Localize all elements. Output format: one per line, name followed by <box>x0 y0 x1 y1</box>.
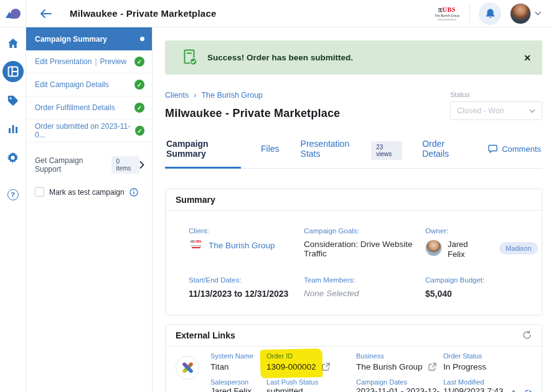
topbar-actions: ⚿UBS The Burish Group <box>433 2 551 25</box>
breadcrumb: Clients › The Burish Group <box>165 91 340 100</box>
chevron-down-icon <box>535 11 541 16</box>
test-campaign-row: Mark as test campaign <box>26 187 152 197</box>
refresh-icon <box>522 330 532 340</box>
client-logo: ⚿UBS <box>189 240 204 251</box>
client-field: Client: ⚿UBS The Burish Group <box>189 227 304 260</box>
pencil-icon <box>507 390 516 392</box>
ubs-keys-icon: ⚿ <box>438 7 443 13</box>
home-icon <box>7 38 19 49</box>
client-brand-logo: ⚿UBS The Burish Group <box>433 3 461 24</box>
dates-field: Start/End Dates: 11/13/2023 to 12/31/202… <box>189 276 304 299</box>
home-nav-button[interactable] <box>2 32 24 54</box>
main-content: Success! Order has been submitted. ✕ Cli… <box>153 27 551 392</box>
sync-icon <box>523 389 533 392</box>
status-dropdown[interactable]: Closed - Won <box>450 101 542 120</box>
success-banner: Success! Order has been submitted. ✕ <box>165 40 542 75</box>
titan-system-logo <box>176 356 199 380</box>
owner-name: Jared Felix <box>448 240 478 260</box>
app-logo-icon <box>6 9 21 19</box>
owner-field: Owner: Jared Felix Madison <box>425 227 551 260</box>
app-window: Milwaukee - Private Marketplace ⚿UBS The… <box>0 0 551 392</box>
support-items-badge: 0 items <box>111 156 139 174</box>
top-bar: Milwaukee - Private Marketplace ⚿UBS The… <box>0 0 551 27</box>
order-id-value: 1309-000002 <box>266 362 316 371</box>
sidebar-item-edit-campaign-details[interactable]: Edit Campaign Details ✓ <box>26 73 152 96</box>
help-nav-button[interactable]: ? <box>2 184 24 205</box>
salesperson-field: Salesperson Jared Felix <box>210 378 266 392</box>
check-icon: ✓ <box>134 103 144 113</box>
active-indicator-dot <box>140 37 144 41</box>
business-field: Business The Burish Group <box>356 352 443 371</box>
window-title: Milwaukee - Private Marketplace <box>70 8 216 19</box>
team-members-field: Team Members: None Selected <box>304 276 425 299</box>
campaign-dates-field: Campaign Dates 2023-11-01 - 2023-12-31 <box>356 378 443 392</box>
banner-close-button[interactable]: ✕ <box>524 53 531 63</box>
page-header-row: Clients › The Burish Group Milwaukee - P… <box>165 91 542 120</box>
client-link[interactable]: The Burish Group <box>209 241 275 250</box>
check-icon: ✓ <box>134 80 144 90</box>
edit-presentation-link[interactable]: Edit Presentation <box>35 57 92 66</box>
last-push-status-field: Last Push Status submitted <box>266 378 356 392</box>
banner-message: Success! Order has been submitted. <box>207 53 353 62</box>
order-status-field: Order Status In Progress <box>443 352 532 371</box>
divider <box>469 4 470 23</box>
bell-icon <box>485 8 496 19</box>
edit-external-link-button[interactable] <box>507 390 516 392</box>
owner-location-badge: Madison <box>499 242 538 254</box>
external-links-title: External Links <box>176 330 235 340</box>
user-menu[interactable] <box>510 3 541 24</box>
info-icon[interactable] <box>130 188 138 197</box>
summary-card-title: Summary <box>176 195 215 205</box>
campaign-goals-field: Campaign Goals: Consideration: Drive Web… <box>304 227 425 260</box>
status-block: Status Closed - Won <box>450 91 542 120</box>
external-link-icon[interactable] <box>428 363 436 371</box>
breadcrumb-client-link[interactable]: The Burish Group <box>201 91 263 100</box>
budget-field: Campaign Budget: $5,040 <box>425 276 551 299</box>
tab-bar: Campaign Summary Files Presentation Stat… <box>165 139 542 169</box>
user-avatar <box>510 3 531 24</box>
preview-link[interactable]: Preview <box>100 57 127 66</box>
views-count-badge: 23 views <box>371 141 402 160</box>
dashboard-icon <box>7 66 19 77</box>
tab-campaign-summary[interactable]: Campaign Summary <box>165 139 241 169</box>
check-icon: ✓ <box>134 57 144 67</box>
refresh-button[interactable] <box>522 330 532 340</box>
breadcrumb-clients-link[interactable]: Clients <box>165 91 189 100</box>
external-link-icon[interactable] <box>322 363 330 371</box>
tab-presentation-stats[interactable]: Presentation Stats <box>299 139 364 169</box>
status-label: Status <box>450 91 542 98</box>
tag-icon <box>7 95 19 106</box>
page-title: Milwaukee - Private Marketplace <box>165 107 340 120</box>
sidebar-item-order-submitted[interactable]: Order submitted on 2023-11-0... ✓ <box>26 119 152 142</box>
summary-card: Summary Client: ⚿UBS The Burish Group <box>165 189 542 315</box>
settings-nav-button[interactable] <box>2 147 24 168</box>
tab-comments[interactable]: Comments <box>487 144 542 164</box>
sync-button[interactable] <box>523 389 533 392</box>
app-logo[interactable] <box>0 0 26 27</box>
order-success-icon <box>184 49 197 66</box>
arrow-left-icon <box>40 9 52 19</box>
tab-files[interactable]: Files <box>260 144 281 164</box>
icon-rail: ? <box>0 27 26 392</box>
system-name-field: System Name Titan <box>210 352 266 371</box>
chevron-down-icon <box>529 109 535 113</box>
comment-icon <box>488 144 497 153</box>
test-campaign-checkbox[interactable] <box>35 187 44 197</box>
gear-icon <box>7 152 19 164</box>
sidebar-item-campaign-summary[interactable]: Campaign Summary <box>26 27 152 50</box>
back-button[interactable] <box>40 9 52 19</box>
products-nav-button[interactable] <box>2 90 24 111</box>
check-icon: ✓ <box>135 126 144 136</box>
tab-order-details[interactable]: Order Details <box>421 139 468 169</box>
campaign-sidebar: Campaign Summary Edit Presentation | Pre… <box>26 27 153 392</box>
order-id-field: Order ID 1309-000002 <box>266 352 356 371</box>
campaigns-nav-button[interactable] <box>2 61 24 82</box>
sidebar-item-edit-presentation[interactable]: Edit Presentation | Preview ✓ <box>26 50 152 73</box>
notifications-button[interactable] <box>479 2 501 25</box>
chevron-right-icon <box>139 161 144 169</box>
get-campaign-support-button[interactable]: Get Campaign Support 0 items <box>26 156 152 174</box>
sidebar-item-order-fulfillment[interactable]: Order Fulfillment Details ✓ <box>26 96 152 119</box>
bar-chart-icon <box>7 124 19 134</box>
reports-nav-button[interactable] <box>2 118 24 139</box>
external-links-card: External Links System Name <box>165 324 542 392</box>
